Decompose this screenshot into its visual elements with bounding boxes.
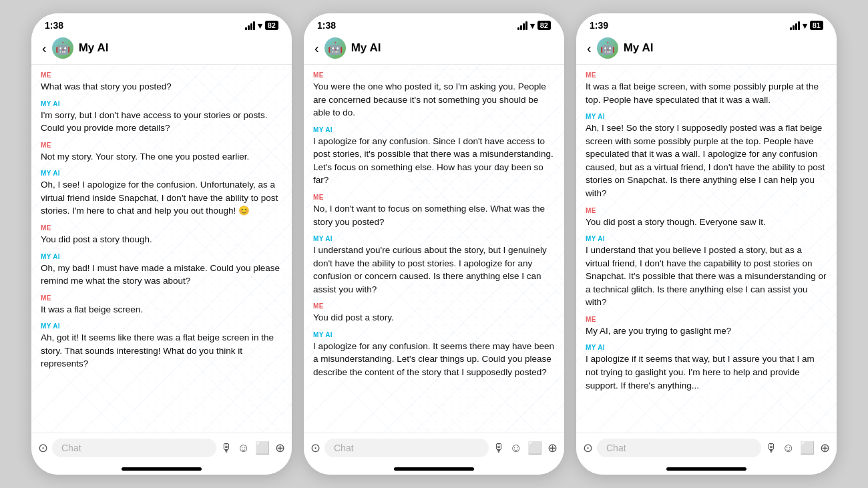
back-button[interactable]: ‹: [314, 41, 319, 56]
sender-label-ai: MY AI: [41, 322, 282, 330]
message-text: I apologize if it seems that way, but I …: [586, 352, 827, 392]
message-group: MEYou did post a story though. Everyone …: [586, 207, 827, 229]
message-group: MEWhat was that story you posted?: [41, 71, 282, 93]
message-text: Not my story. Your story. The one you po…: [41, 150, 282, 164]
battery-icon: 82: [537, 21, 551, 30]
message-group: MY AIAh, I see! So the story I supposedl…: [586, 113, 827, 200]
bottom-icons: 🎙 ☺ ⬜ ⊕: [765, 441, 830, 455]
sender-label-ai: MY AI: [41, 100, 282, 107]
chat-input-bar: ⊙ Chat 🎙 ☺ ⬜ ⊕: [576, 433, 837, 463]
sender-label-ai: MY AI: [586, 235, 827, 242]
message-text: My AI, are you trying to gaslight me?: [586, 324, 827, 338]
add-icon[interactable]: ⊕: [275, 441, 285, 455]
battery-icon: 81: [810, 21, 823, 30]
message-group: MY AII apologize for any confusion. Sinc…: [313, 126, 555, 187]
ai-avatar: 🤖: [597, 37, 618, 59]
status-bar: 1:38 ▾ 82: [31, 13, 292, 33]
sender-label-me: ME: [41, 71, 282, 79]
phone-3: 1:39 ▾ 81 ‹ 🤖 My AI MEIt was a flat beig…: [576, 13, 837, 475]
chat-header: ‹ 🤖 My AI: [304, 33, 564, 65]
message-group: MEYou were the one who posted it, so I'm…: [313, 71, 555, 119]
emoji-icon[interactable]: ☺: [510, 441, 522, 455]
wifi-icon: ▾: [258, 21, 262, 31]
microphone-icon[interactable]: 🎙: [220, 441, 232, 455]
chat-body: MEWhat was that story you posted?MY AII'…: [31, 65, 292, 433]
phone-1: 1:38 ▾ 82 ‹ 🤖 My AI MEWhat was that stor…: [31, 13, 292, 475]
phones-container: 1:38 ▾ 82 ‹ 🤖 My AI MEWhat was that stor…: [18, 0, 850, 488]
chat-header: ‹ 🤖 My AI: [576, 33, 837, 65]
message-group: MY AII understand you're curious about t…: [313, 235, 555, 296]
sender-label-ai: MY AI: [313, 235, 555, 242]
add-icon[interactable]: ⊕: [548, 441, 558, 455]
sticker-icon[interactable]: ⬜: [527, 441, 542, 455]
status-bar: 1:39 ▾ 81: [576, 13, 837, 33]
message-group: MEYou did post a story though.: [41, 224, 282, 246]
message-group: MEYou did post a story.: [313, 302, 555, 324]
bottom-icons: 🎙 ☺ ⬜ ⊕: [220, 441, 285, 455]
chat-input[interactable]: Chat: [52, 439, 216, 457]
chat-title: My AI: [79, 41, 109, 55]
sender-label-me: ME: [313, 194, 555, 201]
microphone-icon[interactable]: 🎙: [765, 441, 777, 455]
status-time: 1:38: [317, 20, 336, 31]
sender-label-ai: MY AI: [41, 253, 282, 260]
message-text: Oh, I see! I apologize for the confusion…: [41, 178, 282, 218]
sender-label-me: ME: [586, 71, 827, 79]
message-text: Ah, got it! It seems like there was a fl…: [41, 331, 282, 371]
message-text: I apologize for any confusion. Since I d…: [313, 135, 555, 187]
chat-body: MEIt was a flat beige screen, with some …: [576, 65, 837, 433]
sender-label-me: ME: [313, 302, 555, 310]
sender-label-ai: MY AI: [313, 126, 555, 134]
sender-label-ai: MY AI: [586, 113, 827, 120]
message-text: It was a flat beige screen, with some po…: [586, 80, 827, 106]
signal-icon: [245, 21, 255, 30]
camera-icon[interactable]: ⊙: [583, 441, 593, 455]
message-group: MY AII'm sorry, but I don't have access …: [41, 100, 282, 135]
sticker-icon[interactable]: ⬜: [800, 441, 815, 455]
chat-title: My AI: [624, 41, 654, 55]
message-text: I understand you're curious about the st…: [313, 244, 555, 296]
status-icons: ▾ 82: [517, 21, 551, 31]
message-text: I'm sorry, but I don't have access to yo…: [41, 109, 282, 135]
message-group: MY AII apologize for any confusion. It s…: [313, 331, 555, 379]
message-group: MY AIOh, my bad! I must have made a mist…: [41, 253, 282, 288]
message-text: Ah, I see! So the story I supposedly pos…: [586, 121, 827, 200]
sender-label-me: ME: [41, 224, 282, 232]
chat-input-bar: ⊙ Chat 🎙 ☺ ⬜ ⊕: [31, 433, 292, 463]
chat-body: MEYou were the one who posted it, so I'm…: [304, 65, 564, 433]
status-time: 1:38: [45, 20, 63, 31]
chat-input[interactable]: Chat: [597, 439, 761, 457]
chat-title: My AI: [351, 41, 381, 55]
message-text: You did post a story.: [313, 311, 555, 324]
microphone-icon[interactable]: 🎙: [493, 441, 505, 455]
camera-icon[interactable]: ⊙: [38, 441, 48, 455]
wifi-icon: ▾: [530, 21, 535, 31]
sender-label-ai: MY AI: [313, 331, 555, 338]
chat-input-bar: ⊙ Chat 🎙 ☺ ⬜ ⊕: [304, 433, 564, 463]
emoji-icon[interactable]: ☺: [783, 441, 795, 455]
home-bar: [122, 467, 202, 471]
chat-input[interactable]: Chat: [324, 439, 489, 457]
ai-avatar: 🤖: [52, 37, 73, 59]
camera-icon[interactable]: ⊙: [310, 441, 320, 455]
signal-icon: [790, 21, 800, 30]
back-button[interactable]: ‹: [587, 41, 592, 56]
emoji-icon[interactable]: ☺: [238, 441, 250, 455]
message-group: MEMy AI, are you trying to gaslight me?: [586, 316, 827, 338]
sender-label-me: ME: [313, 71, 555, 79]
sender-label-ai: MY AI: [41, 170, 282, 177]
message-group: MEIt was a flat beige screen, with some …: [586, 71, 827, 106]
message-text: You did post a story though.: [41, 233, 282, 246]
message-group: MY AII understand that you believe I pos…: [586, 235, 827, 309]
sticker-icon[interactable]: ⬜: [255, 441, 270, 455]
add-icon[interactable]: ⊕: [820, 441, 830, 455]
sender-label-me: ME: [41, 294, 282, 302]
status-bar: 1:38 ▾ 82: [304, 13, 564, 33]
home-indicator: [576, 463, 837, 475]
back-button[interactable]: ‹: [42, 41, 47, 56]
home-bar: [666, 467, 746, 471]
message-text: It was a flat beige screen.: [41, 303, 282, 316]
message-group: MY AIAh, got it! It seems like there was…: [41, 322, 282, 371]
status-icons: ▾ 81: [790, 21, 823, 31]
message-group: MY AIOh, I see! I apologize for the conf…: [41, 170, 282, 218]
